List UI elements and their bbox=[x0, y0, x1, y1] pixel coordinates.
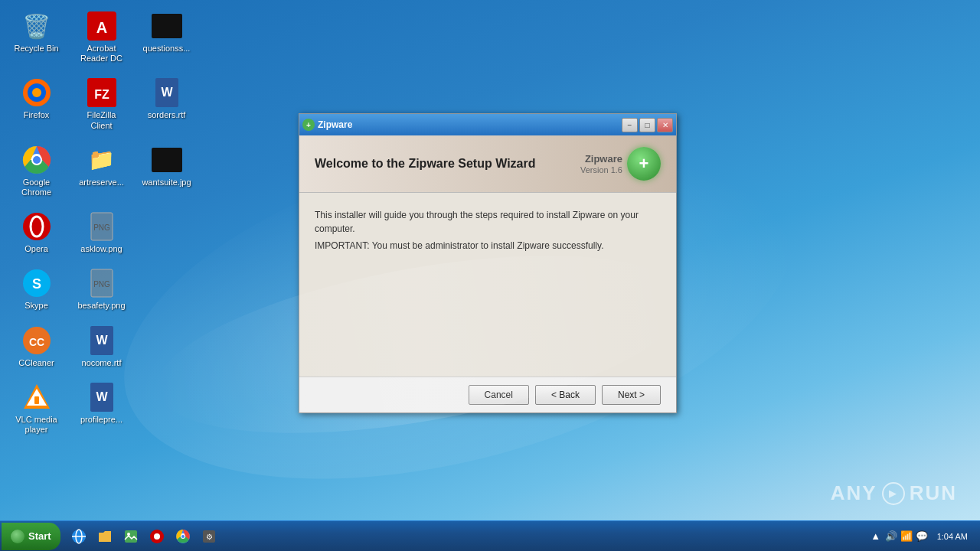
dialog-footer: Cancel < Back Next > bbox=[299, 377, 676, 412]
svg-text:W: W bbox=[161, 86, 173, 99]
skype-label: Skype bbox=[24, 301, 48, 311]
chrome-label: Google Chrome bbox=[11, 178, 62, 197]
dialog-body-line1: This installer will guide you through th… bbox=[315, 208, 661, 236]
close-button[interactable]: ✕ bbox=[657, 118, 673, 132]
dialog-title-text: Zipware bbox=[318, 119, 619, 130]
dialog-titlebar: + Zipware − □ ✕ bbox=[299, 114, 676, 135]
svg-text:PNG: PNG bbox=[93, 280, 110, 289]
nocome-label: nocome.rtf bbox=[82, 358, 122, 368]
desktop-icons: 🗑️ Recycle Bin A Acrobat Reader DC quest… bbox=[8, 8, 195, 438]
desktop: 🗑️ Recycle Bin A Acrobat Reader DC quest… bbox=[0, 0, 980, 551]
dialog-title-buttons: − □ ✕ bbox=[622, 118, 673, 132]
tray-msg-icon[interactable]: 💬 bbox=[916, 530, 928, 543]
besafety-icon: PNG bbox=[87, 268, 117, 298]
desktop-icon-vlc[interactable]: VLC media player bbox=[8, 379, 65, 438]
zipware-circle-icon: + bbox=[627, 147, 661, 181]
taskbar-task-icon[interactable]: ⚙ bbox=[197, 524, 221, 549]
nocome-icon: W bbox=[87, 325, 117, 356]
artreserve-label: artreserve... bbox=[79, 178, 124, 187]
svg-point-12 bbox=[33, 156, 41, 164]
opera-icon bbox=[21, 211, 52, 242]
tray-expand-icon[interactable]: ▲ bbox=[870, 530, 882, 543]
besafety-label: besafety.png bbox=[77, 301, 125, 311]
desktop-icon-recycle-bin[interactable]: 🗑️ Recycle Bin bbox=[8, 8, 65, 67]
desktop-icon-wantsuite[interactable]: wantsuite.jpg bbox=[138, 142, 195, 201]
wantsuite-label: wantsuite.jpg bbox=[142, 178, 191, 187]
maximize-button[interactable]: □ bbox=[639, 118, 655, 132]
minimize-button[interactable]: − bbox=[622, 118, 638, 132]
dialog-body-line2: IMPORTANT: You must be administrator to … bbox=[315, 239, 661, 253]
recycle-bin-label: Recycle Bin bbox=[14, 44, 58, 54]
profilepre-icon: W bbox=[87, 382, 117, 412]
zipware-version: Version 1.6 bbox=[580, 165, 622, 174]
dialog-title-icon: + bbox=[302, 119, 315, 131]
taskbar-folder-icon[interactable] bbox=[93, 524, 117, 549]
desktop-icon-skype[interactable]: S Skype bbox=[8, 265, 65, 314]
anyrun-text-run: RUN bbox=[910, 481, 957, 505]
start-button[interactable]: Start bbox=[2, 523, 60, 550]
system-tray: ▲ 🔊 📶 💬 1:04 AM bbox=[870, 530, 980, 543]
tray-volume-icon[interactable]: 🔊 bbox=[885, 530, 897, 543]
filezilla-label: FileZilla Client bbox=[76, 110, 127, 130]
desktop-icon-firefox[interactable]: Firefox bbox=[8, 74, 65, 133]
dialog-content: This installer will guide you through th… bbox=[299, 193, 676, 377]
svg-point-38 bbox=[154, 533, 160, 540]
system-clock: 1:04 AM bbox=[931, 532, 974, 541]
svg-text:W: W bbox=[96, 390, 108, 403]
desktop-icon-sorders[interactable]: W sorders.rtf bbox=[138, 74, 195, 133]
ccleaner-icon: CC bbox=[21, 325, 52, 356]
start-label: Start bbox=[28, 530, 51, 542]
desktop-icon-chrome[interactable]: Google Chrome bbox=[8, 142, 65, 201]
skype-icon: S bbox=[21, 268, 52, 298]
dialog-header: Welcome to the Zipware Setup Wizard Zipw… bbox=[299, 135, 676, 193]
taskbar-gallery-icon[interactable] bbox=[119, 524, 143, 549]
acrobat-label: Acrobat Reader DC bbox=[76, 44, 127, 64]
svg-rect-29 bbox=[34, 396, 39, 404]
desktop-icon-opera[interactable]: Opera bbox=[8, 208, 65, 257]
next-button[interactable]: Next > bbox=[602, 385, 661, 405]
vlc-label: VLC media player bbox=[11, 415, 62, 435]
wantsuite-icon bbox=[152, 145, 182, 175]
zipware-name: Zipware bbox=[580, 153, 622, 165]
svg-point-4 bbox=[32, 88, 41, 97]
svg-text:W: W bbox=[96, 334, 108, 347]
tray-network-icon[interactable]: 📶 bbox=[900, 530, 913, 543]
recycle-bin-icon: 🗑️ bbox=[21, 11, 52, 41]
opera-label: Opera bbox=[24, 244, 48, 254]
anyrun-text-any: ANY bbox=[831, 481, 877, 505]
desktop-icon-artreserve[interactable]: 📁 artreserve... bbox=[73, 142, 130, 201]
setup-dialog: + Zipware − □ ✕ Welcome to the Zipware S… bbox=[299, 113, 677, 413]
svg-rect-35 bbox=[125, 530, 137, 543]
sorders-icon: W bbox=[152, 77, 182, 108]
svg-text:A: A bbox=[96, 19, 106, 36]
anyrun-play-icon: ▶ bbox=[882, 482, 905, 505]
acrobat-icon: A bbox=[87, 11, 117, 41]
sorders-label: sorders.rtf bbox=[148, 110, 186, 120]
taskbar-pinned-icons: ⚙ bbox=[67, 524, 221, 549]
taskbar-ie-icon[interactable] bbox=[67, 524, 91, 549]
desktop-icon-acrobat[interactable]: A Acrobat Reader DC bbox=[73, 8, 130, 67]
asklow-icon: PNG bbox=[87, 211, 117, 242]
svg-text:CC: CC bbox=[28, 336, 44, 348]
artreserve-icon: 📁 bbox=[87, 145, 117, 175]
desktop-icon-nocome[interactable]: W nocome.rtf bbox=[73, 322, 130, 371]
desktop-icon-profilepre[interactable]: W profilepre... bbox=[73, 379, 130, 438]
asklow-label: asklow.png bbox=[80, 244, 122, 254]
svg-text:⚙: ⚙ bbox=[205, 533, 212, 541]
taskbar-chrome-taskbar-icon[interactable] bbox=[171, 524, 195, 549]
profilepre-label: profilepre... bbox=[80, 415, 122, 425]
desktop-icon-besafety[interactable]: PNG besafety.png bbox=[73, 265, 130, 314]
desktop-icon-questionss[interactable]: questionss... bbox=[138, 8, 195, 67]
desktop-icon-asklow[interactable]: PNG asklow.png bbox=[73, 208, 130, 257]
svg-text:S: S bbox=[31, 276, 41, 292]
vlc-icon bbox=[21, 382, 52, 412]
taskbar-red-icon[interactable] bbox=[145, 524, 169, 549]
desktop-icon-filezilla[interactable]: FZ FileZilla Client bbox=[73, 74, 130, 133]
firefox-label: Firefox bbox=[24, 110, 50, 120]
svg-text:PNG: PNG bbox=[93, 223, 110, 232]
cancel-button[interactable]: Cancel bbox=[469, 385, 529, 405]
back-button[interactable]: < Back bbox=[535, 385, 596, 405]
anyrun-watermark: ANY ▶ RUN bbox=[831, 481, 957, 505]
taskbar: Start bbox=[0, 520, 980, 551]
desktop-icon-ccleaner[interactable]: CC CCleaner bbox=[8, 322, 65, 371]
